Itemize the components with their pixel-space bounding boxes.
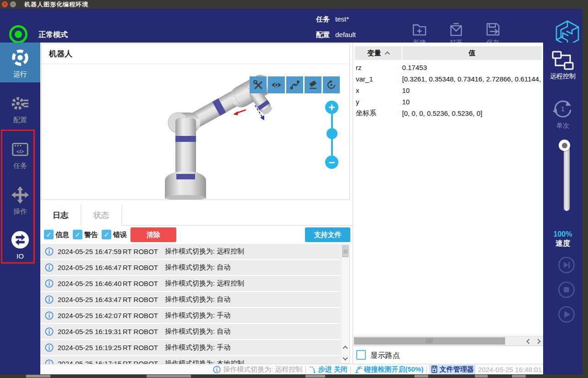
log-message: 操作模式切换为: 自动 — [165, 295, 230, 304]
support-files-button[interactable]: 支持文件 — [305, 227, 350, 242]
log-scroll-up-button[interactable] — [342, 344, 349, 353]
desktop-taskbar-strip — [0, 374, 588, 378]
log-message: 操作模式切换为: 手动 — [165, 311, 230, 320]
log-time: 2024-05-25 16:46:40 — [58, 280, 123, 287]
zoom-slider-handle[interactable] — [327, 128, 338, 139]
topbar: 正常模式 任务 test* 配置 default 新建 打开 保存 — [0, 9, 583, 43]
log-source: RT ROBOT — [123, 296, 165, 303]
robot-panel: 机器人 — [41, 43, 350, 200]
hscroll-right-button[interactable] — [534, 337, 542, 346]
variable-row[interactable]: 坐标系 [0, 0, 0, 0.5236, 0.5236, 0] — [355, 108, 542, 119]
task-label: 任务 — [316, 15, 330, 24]
hscrollbar-thumb[interactable] — [354, 337, 505, 345]
log-scrollbar-thumb[interactable] — [342, 245, 348, 257]
log-source: RT ROBOT — [123, 264, 165, 271]
left-sidebar: 运行 配置 </> 任务 操作 IO 38EB — [0, 43, 40, 374]
rotate-reset-button[interactable] — [323, 76, 340, 93]
collision-detection-toggle[interactable]: 碰撞检测开启(50%) — [354, 365, 424, 374]
sidebar-item-operate[interactable]: 操作 — [0, 185, 40, 216]
single-cycle-button[interactable]: 1 单次 — [543, 97, 583, 130]
log-scrollbar — [341, 244, 350, 364]
path-button[interactable] — [286, 76, 303, 93]
collision-label-text: 碰撞检测开启(50%) — [364, 365, 424, 374]
stop-button[interactable] — [558, 281, 575, 298]
show-waypoints-label: 显示路点 — [370, 351, 400, 361]
visibility-button[interactable] — [268, 76, 285, 93]
sidebar-item-task[interactable]: </> 任务 — [0, 140, 40, 170]
variable-name: var_1 — [355, 75, 402, 83]
variable-row[interactable]: y 10 — [355, 96, 542, 108]
hscroll-left-button[interactable] — [524, 337, 533, 346]
clear-logs-button[interactable]: 清除 — [131, 227, 176, 242]
robot-3d-view[interactable]: + − — [42, 64, 349, 200]
variable-value: 0.17453 — [402, 64, 542, 71]
info-icon — [45, 327, 54, 336]
tab-status[interactable]: 状态 — [81, 205, 122, 226]
remote-control-button[interactable]: 远程控制 — [543, 51, 583, 81]
log-row: 2024-05-25 16:43:47 RT ROBOT 操作模式切换为: 自动 — [40, 292, 340, 307]
zoom-out-button[interactable]: − — [325, 156, 338, 169]
speed-percentage: 100% — [543, 230, 583, 238]
sidebar-item-config[interactable]: 配置 — [0, 94, 40, 124]
statusbar-datetime: 2024-05-25 16:48:01 — [478, 366, 542, 373]
info-checkbox[interactable]: ✓ — [44, 230, 54, 239]
step-mode-toggle[interactable]: 步进 关闭 — [309, 365, 348, 374]
statusbar: 操作模式切换为: 远程控制 步进 关闭 碰撞检测开启(50%) 文件管理器 20… — [40, 364, 543, 374]
task-row: 任务 test* — [316, 15, 349, 24]
log-row: 2024-05-25 16:19:25 RT ROBOT 操作模式切换为: 手动 — [40, 340, 340, 355]
remote-control-icon — [552, 51, 574, 70]
play-button[interactable] — [558, 306, 575, 323]
error-checkbox-label: 错误 — [113, 231, 127, 239]
minimize-icon[interactable]: − — [10, 1, 16, 7]
show-waypoints-checkbox[interactable] — [356, 350, 366, 360]
step-forward-button[interactable] — [558, 256, 575, 274]
sidebar-io-label: IO — [16, 252, 24, 260]
sidebar-item-run[interactable]: 运行 — [0, 43, 40, 82]
warning-checkbox[interactable]: ✓ — [73, 230, 82, 239]
variable-row[interactable]: rz 0.17453 — [355, 62, 542, 73]
single-cycle-label: 单次 — [556, 122, 569, 130]
normal-mode-indicator-icon — [9, 25, 27, 43]
variables-column-header[interactable]: 变量 — [355, 46, 402, 60]
log-source: RT ROBOT — [123, 360, 165, 364]
speed-slider-track[interactable] — [564, 144, 570, 211]
close-icon[interactable]: ✕ — [2, 1, 8, 7]
error-checkbox[interactable]: ✓ — [102, 230, 111, 239]
variables-hscrollbar — [353, 336, 544, 346]
variable-row[interactable]: var_1 [0.3261, 0.35348, 0.73416, 2.72866… — [355, 73, 542, 85]
log-source: RT ROBOT — [123, 248, 165, 255]
file-manager-button[interactable]: 文件管理器 — [430, 365, 475, 374]
sidebar-run-label: 运行 — [13, 70, 27, 79]
info-icon — [213, 366, 221, 373]
log-message: 操作模式切换为: 手动 — [165, 343, 230, 352]
tab-log[interactable]: 日志 — [40, 205, 81, 226]
log-row: 2024-05-25 16:17:15 RT ROBOT 操作模式切换为: 本地… — [40, 356, 340, 364]
save-icon — [484, 21, 501, 38]
move-arrows-icon — [11, 185, 30, 205]
log-source: RT ROBOT — [123, 328, 165, 335]
sidebar-task-label: 任务 — [13, 162, 27, 170]
values-column-header[interactable]: 值 — [403, 46, 542, 60]
log-scroll-down-button[interactable] — [342, 353, 349, 362]
open-file-icon — [447, 21, 465, 38]
file-manager-label-text: 文件管理器 — [440, 365, 474, 374]
config-value: default — [335, 31, 356, 39]
log-time: 2024-05-25 16:19:31 — [58, 328, 123, 335]
variables-column-label: 变量 — [367, 49, 381, 58]
log-message: 操作模式切换为: 远程控制 — [165, 247, 244, 256]
path-icon — [289, 79, 301, 91]
tools-button[interactable] — [250, 76, 267, 93]
info-icon — [45, 279, 54, 288]
log-time: 2024-05-25 16:19:25 — [58, 344, 123, 351]
eraser-button[interactable] — [305, 76, 321, 93]
variable-row[interactable]: x 10 — [355, 85, 542, 96]
speed-slider-handle[interactable] — [559, 140, 570, 151]
sidebar-item-io[interactable]: IO — [0, 230, 40, 260]
warning-checkbox-label: 警告 — [84, 231, 98, 239]
variable-value: 10 — [402, 98, 542, 106]
single-cycle-icon: 1 — [552, 97, 574, 119]
desktop-edge-strip — [583, 9, 588, 378]
info-icon — [45, 295, 54, 304]
zoom-in-button[interactable]: + — [325, 101, 338, 114]
statusbar-mode-message: 操作模式切换为: 远程控制 — [213, 365, 302, 374]
